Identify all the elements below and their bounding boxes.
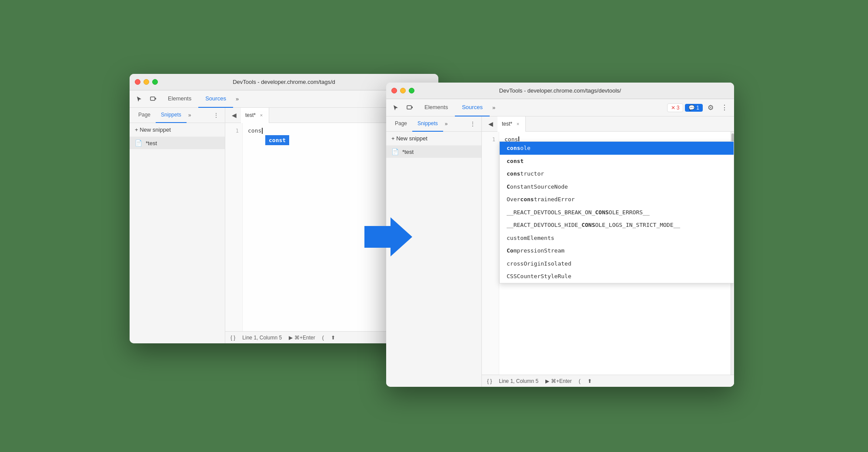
tab-sources-front[interactable]: Sources — [455, 99, 490, 116]
code-content-front[interactable]: cons console const co — [499, 132, 731, 375]
panel-tab-page-back[interactable]: Page — [133, 108, 156, 123]
svg-rect-4 — [412, 106, 413, 108]
autocomplete-item-csscounterstylerule[interactable]: CSSCounterStyleRule — [500, 270, 734, 283]
snippet-file-icon-back: 📄 — [135, 140, 142, 146]
panel-menu-front[interactable]: ⋮ — [467, 119, 478, 129]
panel-more-back[interactable]: » — [187, 112, 193, 118]
code-editor-front: 1 cons console con — [482, 132, 734, 375]
error-icon: ✕ — [671, 105, 675, 111]
snippet-item-back[interactable]: 📄 *test — [130, 137, 225, 149]
more-icon-front[interactable]: ⋮ — [718, 102, 731, 114]
main-tab-bar-front: Elements Sources » — [417, 99, 498, 116]
upload-icon-back[interactable]: ⬆ — [331, 335, 335, 341]
window-title-front: DevTools - developer.chrome.com/tags/dev… — [499, 87, 621, 94]
panel-more-front[interactable]: » — [443, 121, 450, 127]
svg-rect-0 — [150, 97, 155, 100]
svg-rect-1 — [155, 98, 156, 100]
tab-elements-front[interactable]: Elements — [417, 99, 455, 116]
upload-icon-front[interactable]: ⬆ — [588, 378, 592, 384]
close-button-back[interactable] — [135, 79, 140, 85]
minimize-button-back[interactable] — [144, 79, 149, 85]
autocomplete-item-compressionstream[interactable]: CompressionStream — [500, 244, 734, 257]
toolbar-front: Elements Sources » ✕ 3 💬 1 ⚙ ⋮ — [386, 99, 734, 116]
autocomplete-item-react-break[interactable]: __REACT_DEVTOOLS_BREAK_ON_CONSOLE_ERRORS… — [500, 206, 734, 219]
blue-arrow — [364, 217, 412, 258]
maximize-button-front[interactable] — [409, 88, 414, 93]
line-numbers-back: 1 — [225, 123, 243, 331]
window-title-back: DevTools - developer.chrome.com/tags/d — [233, 79, 335, 85]
editor-tab-test-back[interactable]: test* × — [241, 108, 269, 123]
status-position-front: Line 1, Column 5 — [499, 378, 538, 384]
autocomplete-item-crossoriginisolated[interactable]: crossOriginIsolated — [500, 257, 734, 270]
autocomplete-item-react-hide[interactable]: __REACT_DEVTOOLS_HIDE_CONSOLE_LOGS_IN_ST… — [500, 219, 734, 232]
cursor-icon-front[interactable] — [390, 102, 402, 114]
format-button-back[interactable]: { } — [230, 335, 235, 341]
tabs-more-front[interactable]: » — [490, 103, 498, 113]
snippet-file-icon-front: 📄 — [391, 148, 399, 155]
tab-sources-back[interactable]: Sources — [198, 90, 233, 108]
panel-tab-snippets-front[interactable]: Snippets — [412, 116, 443, 132]
main-tab-bar-back: Elements Sources » — [161, 90, 241, 108]
settings-icon-front[interactable]: ⚙ — [704, 102, 717, 114]
traffic-lights-front — [391, 88, 414, 93]
back-navigation-button-back[interactable]: ◀ — [229, 110, 239, 120]
panel-layout-front: Page Snippets » ⋮ + New snippet 📄 *test — [386, 116, 734, 387]
autocomplete-item-customelements[interactable]: customElements — [500, 232, 734, 245]
run-button-front[interactable]: ▶ ⌘+Enter — [545, 378, 572, 384]
panel-tabs-front: Page Snippets » ⋮ — [386, 116, 481, 132]
title-bar-front: DevTools - developer.chrome.com/tags/dev… — [386, 83, 734, 99]
paren-icon-front: ( — [579, 378, 581, 384]
device-icon-front[interactable] — [404, 102, 416, 114]
svg-rect-3 — [407, 106, 411, 109]
autocomplete-item-const[interactable]: const — [500, 155, 734, 168]
autocomplete-item-overconstrainederror[interactable]: OverconstrainedError — [500, 193, 734, 206]
cursor-back — [262, 128, 263, 134]
status-bar-front: { } Line 1, Column 5 ▶ ⌘+Enter ( ⬆ — [482, 375, 734, 387]
tab-elements-back[interactable]: Elements — [161, 90, 198, 108]
close-tab-button-front[interactable]: × — [515, 121, 521, 127]
autocomplete-const-back[interactable]: const — [265, 135, 289, 145]
status-position-back: Line 1, Column 5 — [242, 335, 282, 341]
error-badge-front[interactable]: ✕ 3 — [667, 103, 684, 112]
comment-icon: 💬 — [688, 105, 695, 111]
autocomplete-item-constantsourcenode[interactable]: ConstantSourceNode — [500, 180, 734, 193]
close-button-front[interactable] — [391, 88, 397, 93]
autocomplete-dropdown: console const constructor ConstantSource… — [499, 141, 734, 283]
editor-tab-test-front[interactable]: test* × — [497, 116, 526, 132]
right-panel-front: ◀ test* × 1 cons — [482, 116, 734, 387]
panel-tabs-back: Page Snippets » ⋮ — [130, 108, 225, 123]
format-button-front[interactable]: { } — [487, 378, 492, 384]
new-snippet-button-back[interactable]: + New snippet — [130, 123, 225, 137]
comment-badge-front[interactable]: 💬 1 — [685, 104, 703, 112]
new-snippet-button-front[interactable]: + New snippet — [386, 132, 481, 146]
paren-icon-back: ( — [322, 335, 324, 341]
maximize-button-back[interactable] — [152, 79, 158, 85]
panel-menu-back[interactable]: ⋮ — [211, 110, 221, 120]
left-panel-back: Page Snippets » ⋮ + New snippet 📄 *test — [130, 108, 225, 343]
line-numbers-front: 1 — [482, 132, 499, 375]
autocomplete-item-console[interactable]: console — [500, 142, 734, 155]
traffic-lights-back — [135, 79, 158, 85]
panel-tab-snippets-back[interactable]: Snippets — [156, 108, 187, 123]
svg-marker-2 — [364, 217, 412, 256]
editor-tabs-front: ◀ test* × — [482, 116, 734, 132]
close-tab-button-back[interactable]: × — [258, 112, 264, 118]
panel-tab-page-front[interactable]: Page — [390, 116, 412, 132]
snippet-item-front[interactable]: 📄 *test — [386, 146, 481, 158]
run-button-back[interactable]: ▶ ⌘+Enter — [289, 335, 315, 341]
back-navigation-button-front[interactable]: ◀ — [485, 119, 496, 129]
tabs-more-back[interactable]: » — [233, 94, 241, 104]
minimize-button-front[interactable] — [400, 88, 406, 93]
autocomplete-item-constructor[interactable]: constructor — [500, 167, 734, 180]
device-icon[interactable] — [147, 93, 159, 105]
code-text-back: cons — [248, 126, 261, 135]
devtools-window-front: DevTools - developer.chrome.com/tags/dev… — [386, 83, 734, 387]
cursor-icon[interactable] — [133, 93, 145, 105]
toolbar-right-front: ✕ 3 💬 1 ⚙ ⋮ — [667, 102, 731, 114]
